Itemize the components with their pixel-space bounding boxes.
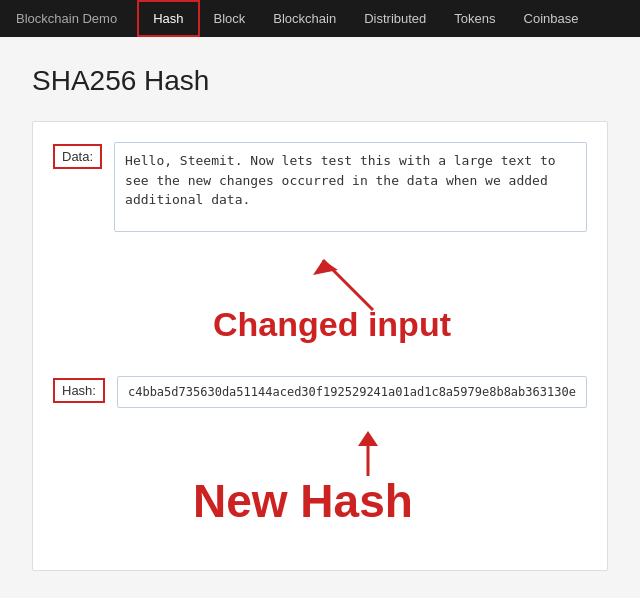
hash-field-row: Hash: [53,376,587,408]
nav-item-coinbase[interactable]: Coinbase [510,0,593,37]
page-title: SHA256 Hash [32,65,608,97]
data-field-row: Data: Hello, <span class="underline">Ste… [53,142,587,232]
changed-input-annotation: Changed input [133,250,587,360]
nav-item-block[interactable]: Block [200,0,260,37]
nav-item-tokens[interactable]: Tokens [440,0,509,37]
nav-items: Hash Block Blockchain Distributed Tokens… [137,0,592,37]
nav-item-hash[interactable]: Hash [137,0,199,37]
nav-brand: Blockchain Demo [16,11,117,26]
data-textarea[interactable]: Hello, <span class="underline">Steemit</… [114,142,587,232]
hash-label: Hash: [53,378,105,403]
new-hash-annotation: New Hash [133,426,587,546]
svg-marker-3 [358,431,378,446]
hash-card: Data: Hello, <span class="underline">Ste… [32,121,608,571]
newhash-arrow-icon [343,426,393,481]
data-label: Data: [53,144,102,169]
hash-input[interactable] [117,376,587,408]
main-content: SHA256 Hash Data: Hello, <span class="un… [0,37,640,598]
nav-item-blockchain[interactable]: Blockchain [259,0,350,37]
nav-item-distributed[interactable]: Distributed [350,0,440,37]
new-hash-label: New Hash [193,474,413,528]
navbar: Blockchain Demo Hash Block Blockchain Di… [0,0,640,37]
changed-input-label: Changed input [213,305,451,344]
